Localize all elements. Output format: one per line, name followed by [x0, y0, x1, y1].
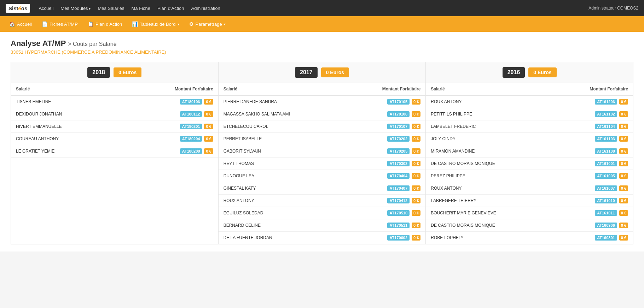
- sec-nav-fiches-label: Fiches AT/MP: [50, 22, 78, 27]
- sec-nav: 🏠 Accueil 📄 Fiches AT/MP 📋 Plan d'Action…: [0, 16, 644, 32]
- logo[interactable]: Sistéos: [6, 4, 30, 13]
- table-row[interactable]: BERNARD CELINEAT1705110 €: [219, 219, 426, 232]
- table-row[interactable]: COUREAU ANTHONYAT1802040 €: [11, 133, 218, 145]
- at-badge[interactable]: AT160906: [595, 223, 617, 228]
- table-row[interactable]: DE CASTRO MORAIS MONIQUEAT1610010 €: [426, 158, 633, 170]
- euro-badge: 0 €: [412, 185, 420, 191]
- at-badge[interactable]: AT161102: [595, 111, 617, 117]
- table-row[interactable]: DEXIDOUR JONATHANAT1801120 €: [11, 108, 218, 120]
- at-badge[interactable]: AT161005: [595, 173, 617, 179]
- table-row[interactable]: ROUX ANTONYAT1610070 €: [426, 182, 633, 195]
- at-badge[interactable]: AT161007: [595, 185, 617, 191]
- table-row[interactable]: PETITFILS PHILIPPEAT1611020 €: [426, 108, 633, 120]
- amount-cell: AT1611080 €: [552, 145, 633, 158]
- col-header-1: Montant Forfaitaire: [122, 83, 218, 95]
- at-badge[interactable]: AT160801: [595, 235, 617, 241]
- year-column-2018: 20180 EurosSalariéMontant ForfaitaireTIS…: [11, 62, 219, 244]
- table-row[interactable]: LAMBELET FREDERICAT1611040 €: [426, 120, 633, 133]
- table-row[interactable]: ROUX ANTONYAT1704120 €: [219, 195, 426, 207]
- table-row[interactable]: MIRAMON AMANDINEAT1611080 €: [426, 145, 633, 158]
- at-badge[interactable]: AT161103: [595, 136, 617, 142]
- nav-mes-salaries[interactable]: Mes Salariés: [98, 6, 124, 11]
- sec-nav-parametrage[interactable]: ⚙ Paramétrage: [186, 19, 229, 29]
- table-row[interactable]: GABORIT SYLVAINAT1702050 €: [219, 145, 426, 158]
- sec-nav-fiches[interactable]: 📄 Fiches AT/MP: [38, 19, 81, 29]
- sec-nav-accueil[interactable]: 🏠 Accueil: [6, 19, 35, 29]
- table-row[interactable]: REYT THOMASAT1703030 €: [219, 158, 426, 170]
- at-badge[interactable]: AT170412: [387, 198, 410, 203]
- at-badge[interactable]: AT161001: [595, 161, 617, 166]
- table-row[interactable]: HIVERT EMMANUELLEAT1802010 €: [11, 120, 218, 133]
- nav-administration[interactable]: Administration: [191, 6, 220, 11]
- employee-name: COUREAU ANTHONY: [11, 133, 122, 145]
- at-badge[interactable]: AT170205: [387, 148, 410, 154]
- at-badge[interactable]: AT161011: [595, 210, 617, 216]
- table-row[interactable]: GINESTAL KATYAT1704070 €: [219, 182, 426, 195]
- table-row[interactable]: ROUX ANTONYAT1612060 €: [426, 95, 633, 108]
- table-row[interactable]: LABREGERE THIERRYAT1610100 €: [426, 195, 633, 207]
- employee-name: LAMBELET FREDERIC: [426, 120, 552, 133]
- nav-plan-action[interactable]: Plan d'Action: [157, 6, 184, 11]
- table-row[interactable]: DUNOGUE LEAAT1704040 €: [219, 170, 426, 182]
- table-row[interactable]: LE GRATIET YEMIEAT1802080 €: [11, 145, 218, 158]
- at-badge[interactable]: AT180201: [180, 124, 202, 129]
- table-row[interactable]: ROBET OPHELYAT1608010 €: [426, 232, 633, 244]
- at-badge[interactable]: AT161104: [595, 124, 617, 129]
- at-badge[interactable]: AT180208: [180, 148, 202, 154]
- at-badge[interactable]: AT170511: [387, 223, 410, 228]
- at-badge[interactable]: AT161206: [595, 99, 617, 105]
- table-row[interactable]: TISNES EMELINEAT1801060 €: [11, 95, 218, 108]
- table-row[interactable]: BOUCHERIT MARIE GENEVIEVEAT1610110 €: [426, 207, 633, 219]
- at-badge[interactable]: AT170407: [387, 185, 410, 191]
- table-row[interactable]: DE CASTRO MORAIS MONIQUEAT1609060 €: [426, 219, 633, 232]
- sec-nav-tableaux[interactable]: 📊 Tableaux de Bord: [128, 19, 182, 29]
- amount-cell: AT1802010 €: [122, 120, 218, 133]
- euros-badge-2016: 0 Euros: [528, 67, 556, 77]
- euro-badge: 0 €: [619, 148, 628, 154]
- euro-badge: 0 €: [412, 210, 420, 216]
- euro-badge: 0 €: [204, 124, 213, 129]
- sec-nav-accueil-label: Accueil: [17, 22, 32, 27]
- employee-name: ROUX ANTONY: [426, 182, 552, 195]
- nav-ma-fiche[interactable]: Ma Fiche: [132, 6, 150, 11]
- table-row[interactable]: MAGASSA SAKHO SALIMATA AMIAT1701060 €: [219, 108, 426, 120]
- amount-cell: AT1704120 €: [346, 195, 426, 207]
- table-row[interactable]: DE LA FUENTE JORDANAT1706020 €: [219, 232, 426, 244]
- year-column-2017: 20170 EurosSalariéMontant ForfaitairePIE…: [219, 62, 426, 244]
- nav-mes-modules[interactable]: Mes Modules: [60, 6, 91, 11]
- table-row[interactable]: PEREZ PHILIPPEAT1610050 €: [426, 170, 633, 182]
- table-row[interactable]: ETCHELECOU CAROLAT1701070 €: [219, 120, 426, 133]
- at-badge[interactable]: AT170105: [387, 99, 410, 105]
- sec-nav-plan[interactable]: 📋 Plan d'Action: [84, 19, 126, 29]
- amount-cell: AT1610070 €: [552, 182, 633, 195]
- top-nav-links: Accueil Mes Modules Mes Salariés Ma Fich…: [39, 6, 588, 11]
- at-badge[interactable]: AT180106: [180, 99, 202, 105]
- at-badge[interactable]: AT170602: [387, 235, 410, 241]
- at-badge[interactable]: AT161010: [595, 198, 617, 203]
- amount-cell: AT1610050 €: [552, 170, 633, 182]
- table-row[interactable]: EGUILUZ SOLEDADAT1705100 €: [219, 207, 426, 219]
- employee-name: DEXIDOUR JONATHAN: [11, 108, 122, 120]
- amount-cell: AT1801120 €: [122, 108, 218, 120]
- at-badge[interactable]: AT170404: [387, 173, 410, 179]
- table-row[interactable]: JOLY CINDYAT1611030 €: [426, 133, 633, 145]
- at-badge[interactable]: AT180112: [180, 111, 202, 117]
- gear-icon: ⚙: [189, 21, 194, 27]
- at-badge[interactable]: AT170106: [387, 111, 410, 117]
- euro-badge: 0 €: [619, 124, 628, 129]
- employee-name: BERNARD CELINE: [219, 219, 346, 232]
- at-badge[interactable]: AT170510: [387, 210, 410, 216]
- page-title-main: Analyse AT/MP: [11, 39, 66, 48]
- at-badge[interactable]: AT170107: [387, 124, 410, 129]
- amount-cell: AT1612060 €: [552, 95, 633, 108]
- at-badge[interactable]: AT180204: [180, 136, 202, 142]
- table-row[interactable]: PERRET ISABELLEAT1702020 €: [219, 133, 426, 145]
- employee-name: MAGASSA SAKHO SALIMATA AMI: [219, 108, 346, 120]
- at-badge[interactable]: AT170202: [387, 136, 410, 142]
- at-badge[interactable]: AT161108: [595, 148, 617, 154]
- at-badge[interactable]: AT170303: [387, 161, 410, 166]
- employee-name: REYT THOMAS: [219, 158, 346, 170]
- amount-cell: AT1802080 €: [122, 145, 218, 158]
- nav-accueil[interactable]: Accueil: [39, 6, 53, 11]
- table-row[interactable]: PIERRE DANEDE SANDRAAT1701050 €: [219, 95, 426, 108]
